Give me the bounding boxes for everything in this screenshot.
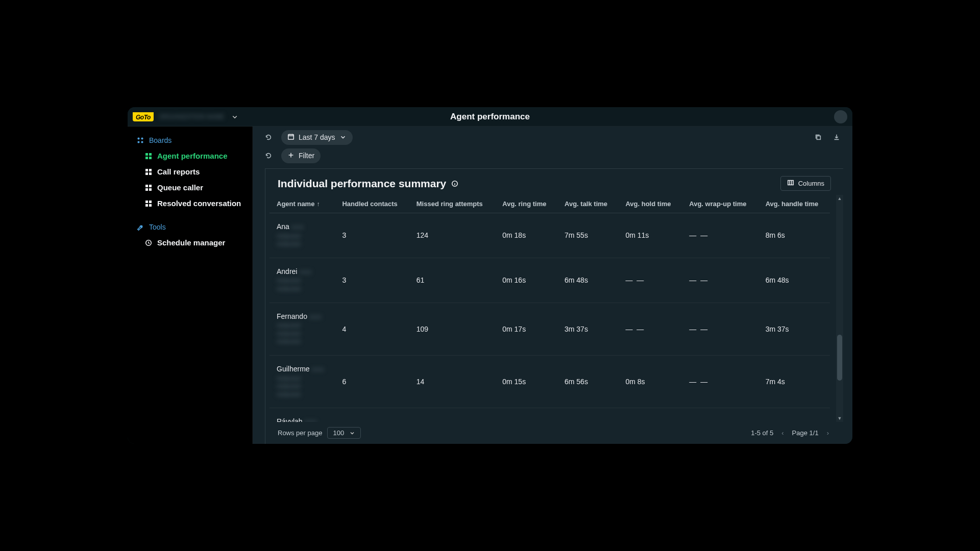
cell-wrap: — —	[682, 303, 758, 355]
cell-ring: 0m 18s	[495, 213, 557, 258]
cell-handle: 8m 6s	[758, 213, 830, 258]
sidebar-item-queue-caller[interactable]: Queue caller	[128, 180, 252, 195]
cell-handle	[758, 408, 830, 422]
table-row[interactable]: Fernando xxxxredactedredactedredacted410…	[270, 303, 830, 355]
agent-detail-redacted: redacted	[277, 375, 328, 383]
app-window: GoTo ORGANIZATION NAME Agent performance…	[128, 107, 852, 444]
scroll-up-arrow[interactable]: ▲	[836, 195, 843, 202]
sidebar-section-boards[interactable]: Boards	[128, 133, 252, 148]
columns-icon	[787, 179, 794, 188]
columns-button[interactable]: Columns	[780, 176, 831, 191]
scroll-down-arrow[interactable]: ▼	[836, 415, 843, 422]
cell-missed: 61	[409, 258, 495, 303]
reset-filters-button[interactable]	[262, 149, 275, 162]
org-name: ORGANIZATION NAME	[159, 113, 224, 120]
agent-name: Rávylah xxxx	[277, 417, 328, 422]
sidebar-item-label: Agent performance	[157, 152, 228, 160]
toolbar-row-1: Last 7 days	[253, 127, 852, 148]
cell-hold: 0m 11s	[618, 213, 682, 258]
column-header[interactable]: Avg. wrap-up time	[682, 195, 758, 213]
toolbar-row-2: Filter	[253, 148, 852, 168]
boards-label: Boards	[149, 136, 172, 144]
sidebar-section-tools[interactable]: Tools	[128, 219, 252, 235]
cell-handled	[335, 408, 409, 422]
agent-name-cell: Andrei xxxxredactedredacted	[270, 258, 335, 303]
section-header: Individual performance summary Columns	[265, 169, 843, 195]
grid-icon	[145, 184, 152, 191]
agent-name-cell: Ana xxxxredactedredacted	[270, 213, 335, 258]
cell-handle: 3m 37s	[758, 303, 830, 355]
columns-label: Columns	[798, 180, 824, 187]
cell-handled: 4	[335, 303, 409, 355]
column-header[interactable]: Avg. ring time	[495, 195, 557, 213]
sidebar-item-label: Schedule manager	[157, 238, 225, 247]
app-body: Boards Agent performance Call reports Qu…	[128, 127, 852, 444]
sidebar-item-call-reports[interactable]: Call reports	[128, 164, 252, 180]
sidebar-item-agent-performance[interactable]: Agent performance	[128, 148, 252, 164]
agent-name: Guilherme xxxx	[277, 365, 328, 374]
pagination-page: Page 1/1	[792, 429, 819, 437]
chevron-down-icon	[349, 430, 355, 436]
cell-missed: 109	[409, 303, 495, 355]
chevron-down-icon	[339, 134, 347, 141]
cell-talk	[557, 408, 618, 422]
cell-hold: — —	[618, 258, 682, 303]
refresh-button[interactable]	[262, 131, 275, 144]
org-chevron[interactable]	[228, 110, 241, 123]
column-header[interactable]: Avg. handle time	[758, 195, 830, 213]
sort-arrow-icon: ↑	[316, 201, 320, 208]
sidebar: Boards Agent performance Call reports Qu…	[128, 127, 253, 444]
info-icon[interactable]	[451, 178, 458, 190]
chevron-down-icon	[232, 114, 238, 120]
agent-detail-redacted: redacted	[277, 391, 328, 399]
agent-name: Ana xxxx	[277, 222, 328, 232]
table-row[interactable]: Andrei xxxxredactedredacted3610m 16s6m 4…	[270, 258, 830, 303]
prev-page-button[interactable]: ‹	[779, 429, 786, 437]
main: Last 7 days	[253, 127, 852, 444]
scrollbar-thumb[interactable]	[837, 335, 842, 381]
agent-detail-redacted: redacted	[277, 240, 328, 248]
sidebar-item-schedule-manager[interactable]: Schedule manager	[128, 235, 252, 251]
column-header[interactable]: Agent name↑	[270, 195, 335, 213]
column-header[interactable]: Avg. talk time	[557, 195, 618, 213]
scrollbar[interactable]: ▲ ▼	[836, 195, 843, 422]
avatar[interactable]	[834, 110, 847, 123]
svg-point-3	[141, 141, 143, 143]
download-button[interactable]	[830, 131, 843, 144]
table-scroll[interactable]: Agent name↑Handled contactsMissed ring a…	[270, 195, 830, 422]
tools-label: Tools	[149, 223, 166, 231]
table-row[interactable]: Rávylah xxxx	[270, 408, 830, 422]
add-filter-button[interactable]: Filter	[281, 148, 321, 163]
rows-per-page-select[interactable]: 100	[327, 427, 361, 439]
svg-point-2	[138, 141, 139, 143]
agent-detail-redacted: redacted	[277, 338, 328, 346]
sidebar-item-label: Resolved conversation	[157, 199, 241, 208]
column-header[interactable]: Handled contacts	[335, 195, 409, 213]
column-header[interactable]: Avg. hold time	[618, 195, 682, 213]
column-header[interactable]: Missed ring attempts	[409, 195, 495, 213]
logo: GoTo	[133, 112, 154, 121]
grid-icon	[145, 168, 152, 176]
cell-ring: 0m 16s	[495, 258, 557, 303]
cell-handled: 3	[335, 213, 409, 258]
next-page-button[interactable]: ›	[825, 429, 831, 437]
sidebar-item-resolved-conversation[interactable]: Resolved conversation	[128, 195, 252, 211]
table-row[interactable]: Ana xxxxredactedredacted31240m 18s7m 55s…	[270, 213, 830, 258]
svg-rect-6	[817, 136, 820, 139]
cell-handled: 3	[335, 258, 409, 303]
cell-hold: — —	[618, 303, 682, 355]
cell-ring	[495, 408, 557, 422]
table-row[interactable]: Guilherme xxxxredactedredactedredacted61…	[270, 355, 830, 408]
agent-detail-redacted: redacted	[277, 330, 328, 338]
cell-wrap: — —	[682, 258, 758, 303]
cell-handled: 6	[335, 355, 409, 408]
agent-name: Andrei xxxx	[277, 267, 328, 277]
section-title-text: Individual performance summary	[278, 178, 446, 190]
date-range-button[interactable]: Last 7 days	[281, 130, 353, 145]
cell-missed: 14	[409, 355, 495, 408]
calendar-icon	[287, 133, 295, 142]
filter-label: Filter	[299, 152, 314, 160]
copy-button[interactable]	[812, 131, 825, 144]
grid-icon	[145, 153, 152, 160]
agent-detail-redacted: redacted	[277, 233, 328, 241]
